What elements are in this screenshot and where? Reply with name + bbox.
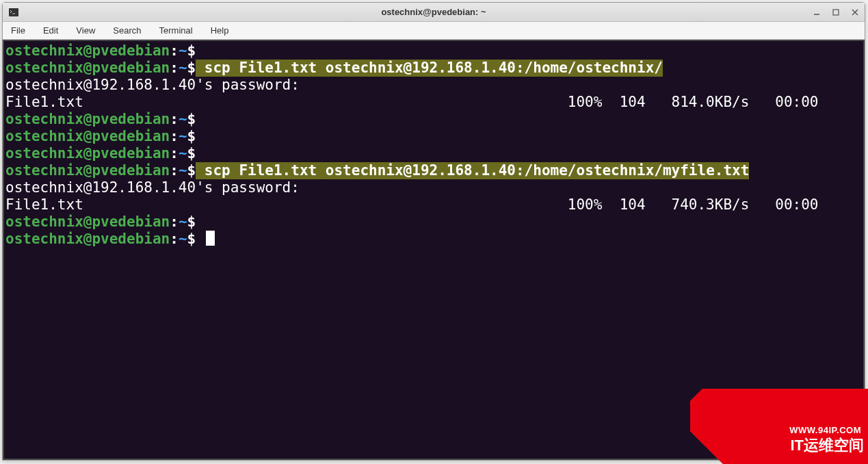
prompt-colon: : <box>170 214 179 231</box>
prompt-user: ostechnix@pvedebian <box>5 145 170 162</box>
prompt-user: ostechnix@pvedebian <box>5 231 170 248</box>
window-controls <box>811 7 860 18</box>
prompt-user: ostechnix@pvedebian <box>5 60 170 77</box>
menu-terminal[interactable]: Terminal <box>157 24 196 37</box>
prompt-user: ostechnix@pvedebian <box>5 214 170 231</box>
prompt-symbol: $ <box>187 60 196 77</box>
prompt-colon: : <box>170 231 179 248</box>
terminal-app-icon <box>8 7 19 18</box>
prompt-symbol: $ <box>187 214 196 231</box>
prompt-path: ~ <box>179 60 187 77</box>
terminal-window: ostechnix@pvedebian: ~ File Edit View Se… <box>2 2 865 461</box>
prompt-colon: : <box>170 111 179 128</box>
terminal-line: ostechnix@192.168.1.40's password: <box>5 179 862 196</box>
output-filename: File1.txt <box>5 196 83 214</box>
cursor <box>206 231 215 246</box>
menu-edit[interactable]: Edit <box>40 24 61 37</box>
terminal-line: ostechnix@pvedebian:~$ <box>5 214 862 231</box>
prompt-symbol: $ <box>187 145 196 162</box>
prompt-path: ~ <box>179 111 187 128</box>
prompt-symbol: $ <box>187 111 196 128</box>
prompt-colon: : <box>170 145 179 162</box>
prompt-colon: : <box>170 162 179 179</box>
terminal-line: ostechnix@pvedebian:~$ <box>5 231 862 248</box>
output-stats: 100% 104 740.3KB/s 00:00 <box>83 196 862 214</box>
menu-view[interactable]: View <box>73 24 98 37</box>
terminal-line: File1.txt 100% 104 740.3KB/s 00:00 <box>5 196 862 214</box>
prompt-path: ~ <box>179 128 187 145</box>
terminal-line: ostechnix@pvedebian:~$ scp File1.txt ost… <box>5 60 862 77</box>
terminal-line: ostechnix@pvedebian:~$ scp File1.txt ost… <box>5 162 862 179</box>
prompt-colon: : <box>170 60 179 77</box>
prompt-colon: : <box>170 128 179 145</box>
prompt-symbol: $ <box>187 231 196 248</box>
prompt-colon: : <box>170 42 179 60</box>
terminal-line: ostechnix@pvedebian:~$ <box>5 111 862 128</box>
maximize-button[interactable] <box>830 7 841 18</box>
terminal-line: ostechnix@pvedebian:~$ <box>5 128 862 145</box>
menu-help[interactable]: Help <box>208 24 232 37</box>
titlebar[interactable]: ostechnix@pvedebian: ~ <box>3 3 865 22</box>
close-button[interactable] <box>850 7 860 18</box>
prompt-path: ~ <box>179 162 187 179</box>
prompt-user: ostechnix@pvedebian <box>5 42 170 60</box>
menubar: File Edit View Search Terminal Help <box>3 22 865 40</box>
svg-rect-3 <box>833 10 839 15</box>
output-stats: 100% 104 814.0KB/s 00:00 <box>83 94 862 111</box>
minimize-button[interactable] <box>811 7 822 18</box>
prompt-user: ostechnix@pvedebian <box>5 162 170 179</box>
prompt-user: ostechnix@pvedebian <box>5 128 170 145</box>
output-filename: File1.txt <box>5 94 83 111</box>
terminal-line: ostechnix@pvedebian:~$ <box>5 42 862 60</box>
menu-file[interactable]: File <box>8 24 28 37</box>
prompt-symbol: $ <box>187 162 196 179</box>
prompt-path: ~ <box>179 145 187 162</box>
prompt-user: ostechnix@pvedebian <box>5 111 170 128</box>
window-title: ostechnix@pvedebian: ~ <box>381 7 486 17</box>
prompt-path: ~ <box>179 231 187 248</box>
terminal-line: ostechnix@192.168.1.40's password: <box>5 77 862 94</box>
prompt-symbol: $ <box>187 42 196 60</box>
command-text: scp File1.txt ostechnix@192.168.1.40:/ho… <box>196 162 749 179</box>
terminal-line: File1.txt 100% 104 814.0KB/s 00:00 <box>5 94 862 111</box>
prompt-symbol: $ <box>187 128 196 145</box>
svg-rect-0 <box>9 8 18 16</box>
output-text: ostechnix@192.168.1.40's password: <box>5 77 308 94</box>
prompt-path: ~ <box>179 42 187 60</box>
menu-search[interactable]: Search <box>110 24 144 37</box>
prompt-path: ~ <box>179 214 187 231</box>
output-text: ostechnix@192.168.1.40's password: <box>5 179 308 196</box>
terminal-line: ostechnix@pvedebian:~$ <box>5 145 862 162</box>
terminal-body[interactable]: ostechnix@pvedebian:~$ ostechnix@pvedebi… <box>3 40 865 460</box>
command-text: scp File1.txt ostechnix@192.168.1.40:/ho… <box>196 60 663 77</box>
